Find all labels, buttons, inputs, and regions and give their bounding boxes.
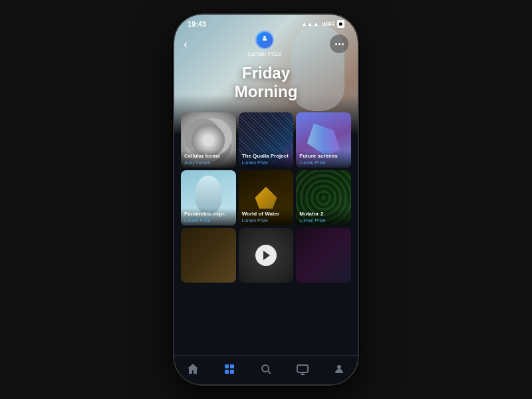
grid-item-8[interactable] xyxy=(296,228,351,283)
status-bar: 19:43 ▲▲▲ WiFi ■ xyxy=(174,15,358,31)
greeting-line1: Friday xyxy=(242,64,290,82)
top-nav: ‹ Lumen Prize xyxy=(184,31,348,57)
bottom-navigation xyxy=(174,355,358,384)
phone-device: 19:43 ▲▲▲ WiFi ■ ‹ Lumen Prize xyxy=(173,13,359,386)
grid-item-4[interactable]: World of WaterLumen Prize xyxy=(239,170,294,225)
item-overlay-1: The Qualia ProjectLumen Prize xyxy=(239,150,294,168)
artwork-bg-8 xyxy=(296,228,351,283)
svg-rect-1 xyxy=(230,364,234,368)
item-overlay-4: World of WaterLumen Prize xyxy=(239,208,294,225)
svg-point-9 xyxy=(337,365,341,369)
svg-line-5 xyxy=(268,371,271,374)
grid-nav-icon xyxy=(223,362,236,378)
back-button[interactable]: ‹ xyxy=(184,37,200,51)
dot-1 xyxy=(335,43,337,45)
search-nav[interactable] xyxy=(254,361,278,379)
grid-item-0[interactable]: Cellular formsAndy Lomas xyxy=(181,112,236,168)
profile-name: Lumen Prize xyxy=(248,51,282,57)
grid-item-5[interactable]: Mutator 2Lumen Prize xyxy=(296,170,351,225)
phone-screen: ‹ Lumen Prize Friday Morning xyxy=(174,15,358,384)
status-time: 19:43 xyxy=(188,20,206,28)
item-title-0: Cellular forms xyxy=(184,153,233,160)
grid-item-1[interactable]: The Qualia ProjectLumen Prize xyxy=(239,112,294,168)
artwork-bg-6 xyxy=(181,228,236,283)
item-subtitle-4: Lumen Prize xyxy=(242,218,291,223)
item-overlay-2: Future screensLumen Prize xyxy=(296,150,351,168)
item-title-3: Parametric expr. xyxy=(184,211,233,217)
play-triangle-icon xyxy=(263,251,270,260)
screen-nav[interactable] xyxy=(291,361,315,379)
grid-nav[interactable] xyxy=(217,361,241,379)
svg-rect-3 xyxy=(230,370,234,374)
profile-area[interactable]: Lumen Prize xyxy=(248,31,282,57)
item-subtitle-1: Lumen Prize xyxy=(242,160,291,165)
svg-rect-6 xyxy=(297,365,308,372)
wifi-icon: WiFi xyxy=(322,21,334,27)
item-title-4: World of Water xyxy=(242,211,291,217)
item-overlay-0: Cellular formsAndy Lomas xyxy=(181,150,236,168)
dot-3 xyxy=(342,43,344,45)
item-subtitle-0: Andy Lomas xyxy=(184,160,233,165)
home-nav-icon xyxy=(186,362,200,378)
greeting-text: Friday Morning xyxy=(184,64,348,100)
grid-item-3[interactable]: Parametric expr.Lumen Prize xyxy=(181,170,236,225)
dot-2 xyxy=(338,43,340,45)
item-overlay-3: Parametric expr.Lumen Prize xyxy=(181,208,236,225)
item-subtitle-5: Lumen Prize xyxy=(299,218,348,223)
screen-nav-icon xyxy=(296,362,309,378)
profile-nav-icon xyxy=(332,362,346,378)
svg-rect-2 xyxy=(225,370,229,374)
svg-rect-0 xyxy=(225,364,229,368)
status-icons: ▲▲▲ WiFi ■ xyxy=(301,20,344,28)
item-title-5: Mutator 2 xyxy=(299,211,348,217)
artwork-grid: Cellular formsAndy LomasThe Qualia Proje… xyxy=(181,112,351,283)
search-nav-icon xyxy=(259,362,273,378)
more-button[interactable] xyxy=(330,35,348,53)
item-title-2: Future screens xyxy=(299,153,348,160)
profile-icon xyxy=(255,31,274,49)
home-nav[interactable] xyxy=(181,361,205,379)
play-button[interactable] xyxy=(255,245,277,266)
signal-icon: ▲▲▲ xyxy=(301,21,319,27)
battery-icon: ■ xyxy=(337,20,344,28)
content-area[interactable]: Cellular formsAndy LomasThe Qualia Proje… xyxy=(174,107,358,355)
item-subtitle-3: Lumen Prize xyxy=(184,218,233,223)
svg-point-4 xyxy=(262,365,269,372)
grid-item-2[interactable]: Future screensLumen Prize xyxy=(296,112,351,168)
item-title-1: The Qualia Project xyxy=(242,153,291,160)
profile-nav[interactable] xyxy=(327,361,351,379)
grid-item-6[interactable] xyxy=(181,228,236,283)
item-overlay-5: Mutator 2Lumen Prize xyxy=(296,208,351,225)
item-subtitle-2: Lumen Prize xyxy=(299,160,348,165)
grid-item-7[interactable] xyxy=(239,228,294,283)
greeting-line2: Morning xyxy=(235,82,298,100)
